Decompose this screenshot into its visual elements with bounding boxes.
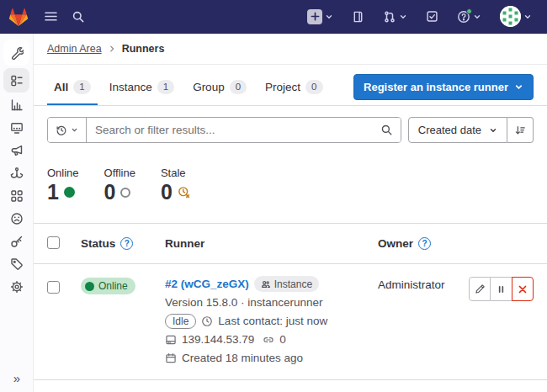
offline-ring-icon [120,188,130,198]
tab-label: Project [265,81,300,93]
sort-controls: Created date [408,117,534,143]
calendar-icon [165,352,177,364]
sort-by-dropdown[interactable]: Created date [408,117,507,143]
stale-clock-icon [178,186,190,199]
sort-by-label: Created date [418,124,481,136]
register-instance-runner-button[interactable]: Register an instance runner [353,74,534,100]
close-x-icon [518,284,528,294]
gitlab-logo[interactable] [8,6,34,27]
search-history-dropdown[interactable] [48,118,87,142]
runner-type-label: Instance [274,278,312,290]
megaphone-icon [10,144,24,157]
search-icon[interactable] [68,7,88,27]
gitlab-admin-runners-page: » Admin Area Runners All 1 Instance [0,0,547,392]
gear-icon [10,280,24,294]
overview-grid-icon [10,74,24,87]
stat-online: Online 1 [47,167,79,203]
runner-summary-cell: #2 (wCG_zeGX) Instance Version 15.8.0 · … [165,276,378,366]
history-clock-icon [56,124,67,136]
server-icon [165,334,177,346]
stat-offline: Offline 0 [104,167,135,203]
table-header-row: Status ? Runner Owner ? [34,223,547,264]
hook-icon [10,167,24,180]
label-tag-icon [10,257,24,271]
search-submit-button[interactable] [373,118,401,142]
owner-column-header: Owner [378,237,413,250]
chevron-down-icon [473,13,481,21]
breadcrumb-admin-area[interactable]: Admin Area [47,43,102,55]
runner-type-badge: Instance [254,276,319,292]
stat-value: 1 [47,182,59,203]
stat-value: 0 [104,182,116,203]
runner-type-tabs: All 1 Instance 1 Group 0 Project 0 [47,73,330,105]
owner-help-icon[interactable]: ? [418,237,431,250]
edit-runner-button[interactable] [469,277,491,301]
todos-icon[interactable] [422,7,442,26]
stat-stale: Stale 0 [161,167,190,203]
row-checkbox[interactable] [47,281,60,294]
tab-label: Instance [109,81,152,93]
chevron-down-icon [489,126,497,135]
gitlab-tanuki-icon [8,8,29,27]
create-new-dropdown[interactable] [304,6,337,28]
runner-state-badge: Idle [165,314,196,329]
tab-count-badge: 0 [230,80,247,94]
sidebar-item-system-hooks[interactable] [3,162,29,184]
help-dropdown[interactable] [454,7,485,27]
applications-grid-icon [10,189,24,203]
clock-icon [201,315,213,327]
breadcrumb-runners: Runners [122,43,165,55]
bar-chart-icon [10,98,24,112]
sidebar-item-analytics[interactable] [3,93,29,116]
tab-group[interactable]: Group 0 [186,73,253,105]
search-input[interactable] [87,124,373,136]
monitor-icon [10,121,24,135]
pause-runner-button[interactable] [491,277,512,301]
owner-link[interactable]: Administrator [378,278,445,291]
last-contact-text: Last contact: just now [218,315,327,327]
sidebar-item-overview[interactable] [3,68,29,93]
sidebar-item-monitoring[interactable] [3,116,29,139]
runner-created-text: Created 18 minutes ago [182,352,303,364]
issues-icon[interactable] [348,7,368,27]
tab-project[interactable]: Project 0 [258,73,329,105]
user-menu[interactable] [497,3,535,30]
sidebar-item-abuse-reports[interactable] [3,207,29,230]
tab-instance[interactable]: Instance 1 [103,73,181,105]
chevron-down-icon [399,13,407,21]
runner-link[interactable]: #2 (wCG_zeGX) [165,278,249,290]
runner-jobs-count: 0 [279,333,286,346]
sidebar-item-messages[interactable] [3,139,29,162]
sidebar-item-deploy-keys[interactable] [3,230,29,252]
chevron-down-icon [514,82,523,92]
tab-all[interactable]: All 1 [47,73,98,105]
stat-label: Online [47,167,79,179]
runner-ip-address: 139.144.53.79 [182,333,254,346]
status-help-icon[interactable]: ? [120,237,133,250]
search-icon [380,124,393,136]
runner-row: Online #2 (wCG_zeGX) Instance Vers [34,264,547,380]
sort-direction-button[interactable] [507,117,534,143]
sidebar-item-admin-area[interactable] [3,40,29,66]
delete-runner-button[interactable] [512,277,534,301]
select-all-checkbox[interactable] [47,236,60,249]
sidebar-expand-button[interactable]: » [0,371,34,385]
user-avatar [500,6,521,27]
status-column-header: Status [81,237,115,250]
merge-requests-dropdown[interactable] [380,7,411,27]
runner-actions [469,277,534,301]
filter-bar: Created date [34,106,547,153]
key-icon [10,235,24,248]
sidebar-item-settings[interactable] [3,275,29,298]
tab-label: Group [193,81,225,93]
status-badge: Online [81,278,135,294]
filtered-search-box [47,117,401,143]
wrench-icon [10,46,24,60]
sidebar-item-labels[interactable] [3,252,29,275]
hamburger-menu-icon[interactable] [40,6,61,27]
main-content: Admin Area Runners All 1 Instance 1 [34,34,547,392]
sidebar-item-applications[interactable] [3,184,29,207]
link-icon [263,334,274,346]
runner-tabs-bar: All 1 Instance 1 Group 0 Project 0 [34,65,547,106]
stat-value: 0 [161,182,173,203]
